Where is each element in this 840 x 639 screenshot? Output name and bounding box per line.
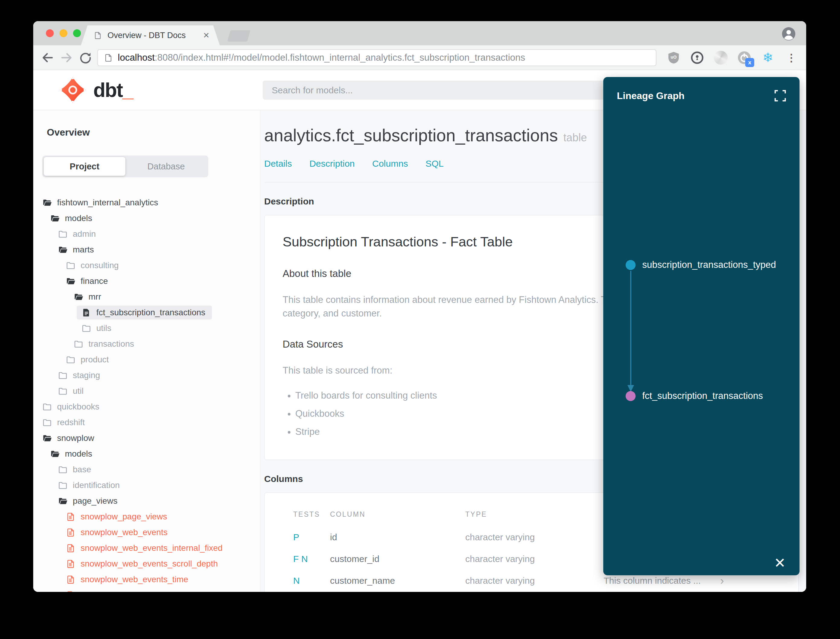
tab-project[interactable]: Project bbox=[44, 157, 125, 176]
search-input[interactable] bbox=[263, 81, 655, 100]
browser-window: Overview - DBT Docs ✕ localhost:8080/ind… bbox=[33, 21, 806, 592]
tree-item-label: snowplow_web_events_scroll_depth bbox=[81, 559, 218, 569]
browser-tab[interactable]: Overview - DBT Docs ✕ bbox=[81, 25, 220, 45]
tree-item-label: models bbox=[65, 449, 92, 459]
reload-icon[interactable] bbox=[78, 51, 92, 64]
back-icon[interactable] bbox=[41, 51, 54, 64]
close-window-button[interactable] bbox=[46, 29, 54, 37]
tab-close-icon[interactable]: ✕ bbox=[203, 31, 210, 40]
tree-item-snowplow_web_page_context[interactable]: snowplow_web_page_context bbox=[33, 587, 260, 592]
tree-item-label: snowplow_web_page_context bbox=[81, 590, 194, 592]
tree-item-identification[interactable]: identification bbox=[33, 477, 260, 493]
tree-item-quickbooks[interactable]: quickbooks bbox=[33, 399, 260, 415]
folder-open-icon bbox=[58, 245, 68, 254]
file-icon bbox=[66, 590, 76, 592]
tree-item-snowplow_web_events_time[interactable]: snowplow_web_events_time bbox=[33, 572, 260, 587]
sidebar: Overview Project Database fishtown_inter… bbox=[33, 110, 260, 592]
ublock-shield-icon[interactable]: uO bbox=[667, 51, 681, 65]
forward-icon[interactable] bbox=[60, 51, 73, 64]
tree-item-label: base bbox=[73, 465, 91, 474]
folder-icon bbox=[58, 370, 68, 380]
tree-item-finance[interactable]: finance bbox=[33, 273, 260, 289]
table-row-category[interactable]: Ncategorycharacter varyingThis column in… bbox=[293, 591, 786, 592]
tree-item-mrr[interactable]: mrr bbox=[33, 289, 260, 305]
column-header-tests: TESTS bbox=[293, 510, 330, 518]
tree-item-snowplow[interactable]: snowplow bbox=[33, 430, 260, 446]
tree-item-staging[interactable]: staging bbox=[33, 367, 260, 383]
snowflake-extension-icon[interactable]: ❄ bbox=[761, 51, 775, 65]
new-tab-button[interactable] bbox=[227, 30, 251, 42]
tree-item-admin[interactable]: admin bbox=[33, 226, 260, 242]
page-favicon-icon bbox=[94, 31, 102, 40]
minimize-window-button[interactable] bbox=[59, 29, 67, 37]
column-header-type: TYPE bbox=[465, 510, 603, 518]
tab-description[interactable]: Description bbox=[310, 159, 355, 169]
column-header-column: COLUMN bbox=[330, 510, 465, 518]
folder-icon bbox=[58, 386, 68, 396]
lineage-graph-panel: Lineage Graph subscription_transactions_… bbox=[603, 77, 800, 575]
address-bar[interactable]: localhost:8080/index.html#!/model/model.… bbox=[97, 49, 656, 66]
column-name: customer_id bbox=[330, 554, 465, 564]
lineage-close-icon[interactable]: ✕ bbox=[774, 555, 786, 571]
source-toggle: Project Database bbox=[42, 156, 208, 177]
tree-item-page_views[interactable]: page_views bbox=[33, 493, 260, 509]
file-icon bbox=[66, 559, 76, 569]
dbt-logo-icon[interactable] bbox=[59, 76, 87, 104]
tree-item-models[interactable]: models bbox=[33, 210, 260, 226]
tree-item-util[interactable]: util bbox=[33, 383, 260, 399]
tree-item-utils[interactable]: utils bbox=[33, 320, 260, 336]
tree-item-transactions[interactable]: transactions bbox=[33, 336, 260, 352]
file-icon bbox=[66, 575, 76, 584]
tree-item-models[interactable]: models bbox=[33, 446, 260, 462]
tab-title: Overview - DBT Docs bbox=[108, 31, 203, 40]
tab-sql[interactable]: SQL bbox=[426, 159, 443, 169]
extension-icons: uO x ❄ ⋮ bbox=[667, 51, 798, 65]
tree-item-consulting[interactable]: consulting bbox=[33, 258, 260, 273]
tab-details[interactable]: Details bbox=[264, 159, 292, 169]
lineage-graph-title: Lineage Graph bbox=[617, 90, 684, 102]
tab-database[interactable]: Database bbox=[125, 157, 207, 176]
power-extension-badge: x bbox=[745, 58, 754, 67]
tree-item-label: consulting bbox=[81, 261, 119, 270]
password-manager-icon[interactable] bbox=[690, 51, 704, 65]
tree-item-snowplow_page_views[interactable]: snowplow_page_views bbox=[33, 509, 260, 525]
tree-item-label: utils bbox=[96, 323, 111, 333]
power-extension-icon[interactable]: x bbox=[737, 51, 751, 65]
tree-item-redshift[interactable]: redshift bbox=[33, 415, 260, 430]
tree-item-base[interactable]: base bbox=[33, 462, 260, 477]
expand-row-chevron-icon[interactable]: › bbox=[720, 575, 724, 587]
folder-icon bbox=[81, 323, 91, 333]
file-icon bbox=[66, 543, 76, 553]
tree-item-marts[interactable]: marts bbox=[33, 242, 260, 258]
tree-item-fct_subscription_transactions[interactable]: fct_subscription_transactions bbox=[33, 305, 260, 320]
browser-menu-icon[interactable]: ⋮ bbox=[784, 51, 798, 65]
tab-columns[interactable]: Columns bbox=[372, 159, 408, 169]
maximize-window-button[interactable] bbox=[73, 29, 81, 37]
folder-icon bbox=[42, 418, 52, 427]
swirl-extension-icon[interactable] bbox=[714, 51, 728, 65]
folder-icon bbox=[42, 402, 52, 412]
tree-item-snowplow_web_events_internal_fixed[interactable]: snowplow_web_events_internal_fixed bbox=[33, 540, 260, 556]
tests-badge: F N bbox=[293, 554, 330, 564]
fullscreen-icon[interactable] bbox=[774, 90, 786, 102]
column-type: character varying bbox=[465, 575, 603, 586]
folder-open-icon bbox=[42, 433, 52, 443]
lineage-node-model[interactable]: fct_subscription_transactions bbox=[626, 389, 763, 403]
folder-icon bbox=[58, 480, 68, 490]
project-file-tree: fishtown_internal_analyticsmodelsadminma… bbox=[33, 195, 260, 592]
tree-item-label: marts bbox=[73, 245, 94, 254]
svg-text:uO: uO bbox=[671, 55, 676, 59]
window-controls[interactable] bbox=[46, 29, 81, 37]
tree-item-label: snowplow_web_events_time bbox=[81, 575, 188, 584]
folder-icon bbox=[66, 355, 76, 364]
tree-item-snowplow_web_events[interactable]: snowplow_web_events bbox=[33, 525, 260, 540]
folder-open-icon bbox=[50, 213, 60, 223]
tree-item-label: models bbox=[65, 213, 92, 223]
lineage-node-source[interactable]: subscription_transactions_typed bbox=[626, 258, 776, 272]
browser-profile-avatar[interactable] bbox=[781, 27, 796, 41]
tree-item-snowplow_web_events_scroll_depth[interactable]: snowplow_web_events_scroll_depth bbox=[33, 556, 260, 572]
tree-item-fishtown_internal_analytics[interactable]: fishtown_internal_analytics bbox=[33, 195, 260, 210]
column-name: customer_name bbox=[330, 575, 465, 586]
tree-item-product[interactable]: product bbox=[33, 352, 260, 367]
sidebar-title: Overview bbox=[47, 127, 260, 138]
